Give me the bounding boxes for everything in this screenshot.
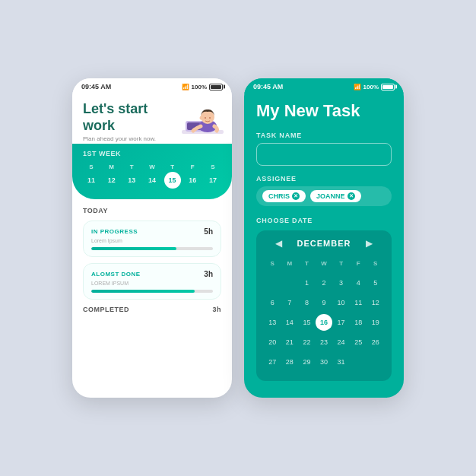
calendar: ◀ DECEMBER ▶ S M T W T F S	[256, 230, 392, 381]
task-time-inprogress: 5h	[204, 227, 213, 236]
new-task-title: My New Task	[256, 101, 392, 121]
calendar-header: ◀ DECEMBER ▶	[264, 238, 384, 249]
cal-day-18[interactable]: 18	[350, 314, 367, 331]
cal-day-16-selected[interactable]: 16	[316, 314, 333, 331]
completed-label-text: COMPLETED	[83, 306, 129, 313]
assignee-row: CHRIS ✕ JOANNE ✕	[256, 186, 392, 206]
task-card-almost[interactable]: ALOMST DONE 3h LOREM IPSUM	[83, 263, 221, 300]
calendar-header-row: S M T W T F S	[264, 255, 384, 271]
cal-day-15[interactable]: 15	[298, 314, 316, 331]
completed-row: COMPLETED 3h	[83, 306, 221, 313]
cal-day-21[interactable]: 21	[281, 334, 299, 351]
next-month-button[interactable]: ▶	[366, 238, 373, 249]
day-num: 16	[184, 172, 201, 189]
prev-month-button[interactable]: ◀	[275, 238, 282, 249]
cal-week-4: 20 21 22 23 24 25 26	[264, 334, 384, 351]
cal-day-12[interactable]: 12	[367, 294, 384, 311]
assignee-chris[interactable]: CHRIS ✕	[262, 190, 306, 202]
cal-day-6[interactable]: 6	[264, 294, 281, 311]
cal-header-f: F	[350, 255, 367, 271]
day-item-wed[interactable]: W 14	[144, 163, 160, 189]
cal-day-23[interactable]: 23	[316, 334, 333, 351]
cal-day-8[interactable]: 8	[298, 294, 316, 311]
task-name-label: TASK NAME	[256, 132, 392, 139]
task-card-inprogress[interactable]: IN PROGRESS 5h Lorem Ipsum	[83, 221, 221, 257]
cal-day-28[interactable]: 28	[281, 354, 299, 370]
task-status-inprogress: IN PROGRESS	[91, 228, 138, 235]
cal-day-empty	[264, 274, 281, 291]
cal-week-1: 1 2 3 4 5	[264, 274, 384, 291]
completed-time: 3h	[212, 306, 221, 313]
cal-day-empty	[350, 354, 367, 370]
cal-day-17[interactable]: 17	[332, 314, 350, 331]
cal-day-29[interactable]: 29	[298, 354, 316, 370]
cal-week-2: 6 7 8 9 10 11 12	[264, 294, 384, 311]
cal-day-19[interactable]: 19	[367, 314, 384, 331]
cal-day-30[interactable]: 30	[316, 354, 333, 370]
day-num: 14	[144, 172, 160, 189]
phone-left: 09:45 AM 📶 100% Let's startwork Plan ahe…	[72, 78, 232, 398]
remove-joanne-button[interactable]: ✕	[347, 192, 355, 200]
week-section: 1ST WEEK S 11 M 12 T 13 W 14	[72, 144, 232, 199]
progress-fill-almost	[91, 290, 195, 293]
day-letter: F	[191, 163, 195, 170]
cal-day-27[interactable]: 27	[264, 354, 281, 370]
cal-day-7[interactable]: 7	[281, 294, 299, 311]
week-label: 1ST WEEK	[83, 150, 221, 157]
progress-fill-inprogress	[91, 247, 176, 250]
today-section: TODAY IN PROGRESS 5h Lorem Ipsum ALOMST …	[72, 199, 232, 398]
hero-section: Let's startwork Plan ahead your work now…	[72, 94, 232, 142]
day-item-sun[interactable]: S 11	[83, 163, 100, 189]
day-num: 17	[205, 172, 221, 189]
calendar-grid: S M T W T F S 1 2 3 4	[264, 255, 384, 370]
assignee-chris-name: CHRIS	[268, 192, 290, 200]
assignee-joanne[interactable]: JOANNE ✕	[310, 190, 361, 202]
cal-day-1[interactable]: 1	[298, 274, 316, 291]
day-item-tue[interactable]: T 13	[123, 163, 140, 189]
assignee-joanne-name: JOANNE	[316, 192, 345, 200]
cal-day-3[interactable]: 3	[332, 274, 350, 291]
day-item-fri[interactable]: F 16	[184, 163, 201, 189]
day-letter: M	[109, 163, 114, 170]
wifi-icon-right: 📶	[354, 84, 361, 90]
cal-day-25[interactable]: 25	[350, 334, 367, 351]
day-item-thu[interactable]: T 15	[164, 163, 181, 189]
cal-header-w: W	[316, 255, 333, 271]
choose-date-label: CHOOSE DATE	[256, 217, 392, 224]
cal-day-24[interactable]: 24	[332, 334, 350, 351]
cal-day-14[interactable]: 14	[281, 314, 299, 331]
cal-day-9[interactable]: 9	[316, 294, 333, 311]
time-right: 09:45 AM	[253, 83, 283, 90]
cal-day-22[interactable]: 22	[298, 334, 316, 351]
phone-right: 09:45 AM 📶 100% My New Task TASK NAME AS…	[244, 78, 404, 398]
cal-day-11[interactable]: 11	[350, 294, 367, 311]
task-desc-almost: LOREM IPSUM	[91, 281, 213, 286]
cal-day-31[interactable]: 31	[332, 354, 350, 370]
day-letter: S	[89, 163, 93, 170]
cal-day-26[interactable]: 26	[367, 334, 384, 351]
cal-day-empty	[367, 354, 384, 370]
cal-day-10[interactable]: 10	[332, 294, 350, 311]
day-letter: T	[170, 163, 174, 170]
cal-day-5[interactable]: 5	[367, 274, 384, 291]
battery-label-right: 100%	[363, 84, 379, 90]
day-num: 12	[103, 172, 120, 189]
day-num-active: 15	[164, 172, 181, 189]
day-letter: T	[130, 163, 134, 170]
task-desc-inprogress: Lorem Ipsum	[91, 238, 213, 243]
cal-week-5: 27 28 29 30 31	[264, 354, 384, 370]
day-item-mon[interactable]: M 12	[103, 163, 120, 189]
cal-day-2[interactable]: 2	[316, 274, 333, 291]
cal-day-20[interactable]: 20	[264, 334, 281, 351]
cal-day-4[interactable]: 4	[350, 274, 367, 291]
cal-header-s: S	[264, 255, 281, 271]
remove-chris-button[interactable]: ✕	[292, 192, 300, 200]
right-content: My New Task TASK NAME ASSIGNEE CHRIS ✕ J…	[244, 94, 404, 398]
day-item-sat[interactable]: S 17	[205, 163, 221, 189]
cal-day-13[interactable]: 13	[264, 314, 281, 331]
time-left: 09:45 AM	[81, 83, 111, 90]
battery-icon	[209, 84, 223, 90]
day-num: 13	[123, 172, 140, 189]
task-name-input[interactable]	[256, 143, 392, 166]
wifi-icon: 📶	[182, 84, 189, 90]
